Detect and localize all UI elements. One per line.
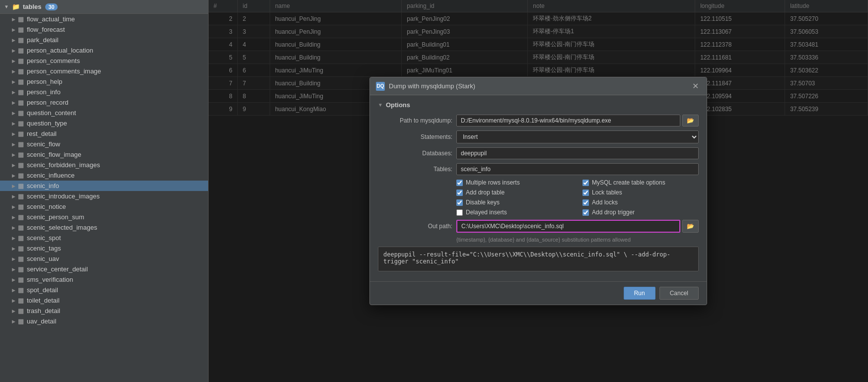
sidebar-item-scenic_person_sum[interactable]: ▶ ▦ scenic_person_sum (0, 212, 208, 222)
checkbox-cb5[interactable] (456, 199, 463, 206)
sidebar-item-sms_verification[interactable]: ▶ ▦ sms_verification (0, 274, 208, 285)
sidebar-item-label: question_content (27, 109, 76, 117)
sidebar-item-scenic_tags[interactable]: ▶ ▦ scenic_tags (0, 243, 208, 254)
table-icon: ▦ (18, 161, 24, 169)
table-icon: ▦ (18, 297, 24, 304)
dialog-overlay: DQ Dump with mysqldump (Stark) ✕ ▼ Optio… (209, 0, 868, 382)
path-input[interactable] (456, 115, 680, 127)
table-count-badge: 30 (45, 3, 57, 10)
sidebar-item-spot_detail[interactable]: ▶ ▦ spot_detail (0, 285, 208, 295)
dialog-title-bar: DQ Dump with mysqldump (Stark) ✕ (370, 77, 707, 95)
sidebar-item-scenic_influence[interactable]: ▶ ▦ scenic_influence (0, 170, 208, 181)
path-input-group: 📂 (456, 115, 699, 127)
table-icon: ▦ (18, 307, 24, 315)
sidebar-item-rest_detail[interactable]: ▶ ▦ rest_detail (0, 128, 208, 139)
checkbox-cb8[interactable] (582, 209, 589, 216)
folder-icon: 📁 (12, 3, 20, 10)
sidebar-item-scenic_introduce_images[interactable]: ▶ ▦ scenic_introduce_images (0, 191, 208, 201)
sidebar-item-scenic_forbidden_images[interactable]: ▶ ▦ scenic_forbidden_images (0, 160, 208, 170)
table-icon: ▦ (18, 26, 24, 33)
options-label: Options (386, 101, 410, 109)
expand-arrow-icon: ▶ (12, 215, 15, 220)
checkbox-label-cb2: MySQL create table options (592, 179, 665, 186)
outpath-input[interactable] (456, 220, 680, 233)
expand-arrow-icon: ▶ (12, 246, 15, 251)
checkbox-item-cb8: Add drop trigger (582, 209, 699, 216)
sidebar-item-park_detail[interactable]: ▶ ▦ park_detail (0, 35, 208, 45)
expand-arrow-icon: ▶ (12, 184, 15, 189)
table-icon: ▦ (18, 88, 24, 96)
outpath-input-group: 📂 (456, 220, 699, 233)
table-icon: ▦ (18, 255, 24, 262)
sidebar-item-scenic_selected_images[interactable]: ▶ ▦ scenic_selected_images (0, 222, 208, 233)
sidebar-item-person_comments[interactable]: ▶ ▦ person_comments (0, 56, 208, 66)
cancel-button[interactable]: Cancel (659, 287, 699, 300)
sidebar-item-flow_actual_time[interactable]: ▶ ▦ flow_actual_time (0, 14, 208, 24)
checkbox-cb4[interactable] (582, 190, 589, 196)
sidebar-item-scenic_flow[interactable]: ▶ ▦ scenic_flow (0, 139, 208, 149)
sidebar-item-person_info[interactable]: ▶ ▦ person_info (0, 87, 208, 97)
sidebar-item-question_type[interactable]: ▶ ▦ question_type (0, 118, 208, 128)
expand-arrow-icon: ▶ (12, 298, 15, 303)
table-icon: ▦ (18, 47, 24, 54)
sidebar-item-service_center_detail[interactable]: ▶ ▦ service_center_detail (0, 264, 208, 274)
sidebar-header-label: tables (23, 3, 42, 10)
sidebar-item-person_actual_location[interactable]: ▶ ▦ person_actual_location (0, 45, 208, 56)
sidebar-item-label: question_type (27, 120, 67, 127)
dialog-footer: Run Cancel (370, 281, 707, 305)
table-icon: ▦ (18, 99, 24, 106)
expand-arrow-icon: ▶ (12, 59, 15, 64)
sidebar-item-person_help[interactable]: ▶ ▦ person_help (0, 76, 208, 87)
sidebar-item-label: park_detail (27, 36, 59, 44)
sidebar-item-uav_detail[interactable]: ▶ ▦ uav_detail (0, 316, 208, 326)
path-browse-button[interactable]: 📂 (682, 115, 699, 127)
table-icon: ▦ (18, 245, 24, 252)
table-icon: ▦ (18, 192, 24, 200)
sidebar-item-scenic_flow_image[interactable]: ▶ ▦ scenic_flow_image (0, 149, 208, 160)
expand-arrow-icon: ▶ (12, 309, 15, 314)
expand-arrow-icon: ▶ (12, 194, 15, 199)
sidebar-item-trash_detail[interactable]: ▶ ▦ trash_detail (0, 306, 208, 316)
expand-arrow-icon: ▶ (12, 225, 15, 230)
checkbox-cb6[interactable] (582, 199, 589, 206)
sidebar-item-scenic_info[interactable]: ▶ ▦ scenic_info (0, 181, 208, 191)
sidebar-item-label: scenic_flow_image (27, 151, 81, 158)
dialog-icon: DQ (376, 82, 385, 91)
sidebar-item-label: person_record (27, 99, 69, 106)
checkbox-cb2[interactable] (582, 180, 589, 186)
checkbox-item-cb3: Add drop table (456, 189, 573, 196)
sidebar-item-scenic_spot[interactable]: ▶ ▦ scenic_spot (0, 233, 208, 243)
sidebar-item-person_comments_image[interactable]: ▶ ▦ person_comments_image (0, 66, 208, 76)
sidebar-item-label: scenic_notice (27, 203, 66, 210)
tables-row: Tables: (378, 163, 699, 175)
sidebar-item-label: spot_detail (27, 286, 58, 294)
expand-arrow-icon: ▶ (12, 267, 15, 272)
sidebar-item-person_record[interactable]: ▶ ▦ person_record (0, 97, 208, 108)
checkbox-cb1[interactable] (456, 180, 463, 186)
tables-input[interactable] (456, 163, 699, 175)
databases-input[interactable] (456, 147, 699, 159)
statements-select[interactable]: Insert (456, 130, 699, 143)
checkbox-cb7[interactable] (456, 209, 463, 216)
sidebar-header: ▼ 📁 tables 30 (0, 0, 208, 14)
table-icon: ▦ (18, 78, 24, 85)
run-button[interactable]: Run (624, 287, 655, 300)
checkbox-label-cb5: Disable keys (466, 199, 500, 206)
table-icon: ▦ (18, 130, 24, 137)
tables-label: Tables: (378, 166, 452, 173)
checkbox-cb3[interactable] (456, 190, 463, 196)
outpath-browse-button[interactable]: 📂 (682, 220, 699, 233)
sidebar-item-scenic_notice[interactable]: ▶ ▦ scenic_notice (0, 201, 208, 212)
checkbox-label-cb3: Add drop table (466, 189, 505, 196)
collapse-icon[interactable]: ▼ (4, 4, 9, 9)
sidebar-item-toilet_detail[interactable]: ▶ ▦ toilet_detail (0, 295, 208, 306)
sidebar-item-flow_forecast[interactable]: ▶ ▦ flow_forecast (0, 24, 208, 35)
expand-arrow-icon: ▶ (12, 142, 15, 147)
sidebar-item-scenic_uav[interactable]: ▶ ▦ scenic_uav (0, 254, 208, 264)
checkbox-label-cb8: Add drop trigger (592, 209, 635, 216)
section-toggle-icon[interactable]: ▼ (378, 102, 383, 108)
table-icon: ▦ (18, 151, 24, 158)
sidebar-item-label: person_comments_image (27, 67, 101, 75)
sidebar-item-question_content[interactable]: ▶ ▦ question_content (0, 108, 208, 118)
dialog-close-button[interactable]: ✕ (690, 81, 701, 91)
